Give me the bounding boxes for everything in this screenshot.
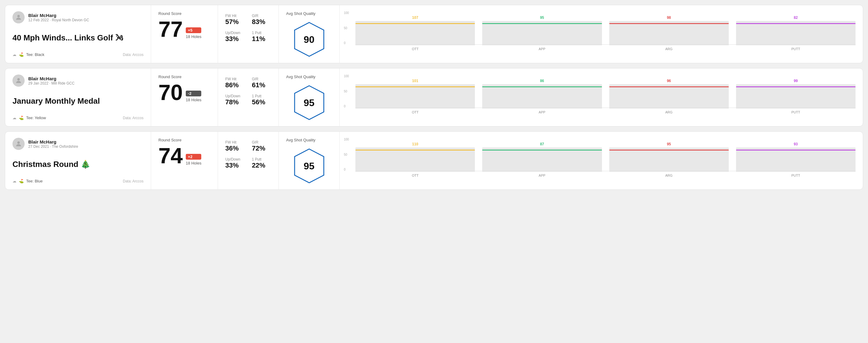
stat-label: 1 Putt bbox=[252, 157, 272, 161]
score-value: 77 bbox=[158, 18, 183, 40]
y-axis-label: 50 bbox=[344, 90, 349, 93]
stats-grid: FW Hit57%GIR83%Up/Down33%1 Putt11% bbox=[225, 14, 271, 43]
bar-marker bbox=[482, 86, 602, 87]
stats-section: FW Hit86%GIR61%Up/Down78%1 Putt56% bbox=[218, 68, 279, 126]
stat-item: 1 Putt22% bbox=[252, 157, 272, 169]
bar-value: 107 bbox=[412, 15, 418, 20]
stat-label: 1 Putt bbox=[252, 31, 272, 35]
bar-track bbox=[355, 84, 475, 108]
svg-point-2 bbox=[17, 78, 20, 81]
bar-label: APP bbox=[539, 111, 546, 114]
card-footer: ☁⛳Tee: BlackData: Arccos bbox=[12, 52, 144, 57]
stats-grid: FW Hit86%GIR61%Up/Down78%1 Putt56% bbox=[225, 77, 271, 106]
bar-value: 87 bbox=[540, 142, 544, 146]
stat-value: 57% bbox=[225, 18, 245, 26]
y-axis-label: 100 bbox=[344, 74, 349, 78]
y-axis: 100500 bbox=[344, 138, 349, 171]
stat-item: FW Hit86% bbox=[225, 77, 245, 89]
user-info: Blair McHarg12 Feb 2022 · Royal North De… bbox=[28, 13, 89, 22]
stat-label: GIR bbox=[252, 140, 272, 145]
axis-line bbox=[355, 171, 856, 171]
chart-section: 100500110OTT87APP95ARG93PUTT bbox=[340, 132, 863, 189]
stat-value: 11% bbox=[252, 35, 272, 43]
bar-label: OTT bbox=[412, 111, 418, 114]
stat-value: 86% bbox=[225, 81, 245, 89]
bar-marker bbox=[609, 23, 729, 24]
bar-track bbox=[482, 21, 602, 45]
stat-label: Up/Down bbox=[225, 94, 245, 98]
score-value: 74 bbox=[158, 145, 183, 167]
bar-label: APP bbox=[539, 174, 546, 177]
score-row: 77+518 Holes bbox=[158, 18, 210, 40]
stat-item: 1 Putt11% bbox=[252, 31, 272, 43]
stat-item: GIR61% bbox=[252, 77, 272, 89]
bar-label: PUTT bbox=[792, 174, 800, 177]
user-date: 12 Feb 2022 · Royal North Devon GC bbox=[28, 18, 89, 22]
score-details: +518 Holes bbox=[186, 27, 201, 39]
hexagon-container: 90 bbox=[286, 22, 332, 57]
bar-value: 82 bbox=[794, 15, 798, 20]
tee-info: ☁⛳Tee: Yellow bbox=[12, 116, 46, 120]
bar-marker bbox=[355, 23, 475, 24]
score-section: Round Score77+518 Holes bbox=[151, 5, 218, 63]
avatar bbox=[12, 11, 25, 23]
bar-track bbox=[355, 148, 475, 172]
stat-label: FW Hit bbox=[225, 14, 245, 18]
bar-marker bbox=[609, 150, 729, 151]
user-info: Blair McHarg27 Dec 2021 · The Oxfordshir… bbox=[28, 139, 78, 149]
score-badge: -2 bbox=[186, 91, 201, 96]
holes-label: 18 Holes bbox=[186, 161, 201, 165]
bar-value: 86 bbox=[540, 79, 544, 83]
bar-group: 107OTT bbox=[355, 15, 475, 51]
bar-chart: 101OTT86APP96ARG99PUTT bbox=[355, 74, 856, 114]
bar-track bbox=[609, 84, 729, 108]
holes-label: 18 Holes bbox=[186, 98, 201, 102]
stat-item: Up/Down33% bbox=[225, 31, 245, 43]
cloud-icon: ☁ bbox=[12, 116, 17, 120]
tee-info: ☁⛳Tee: Black bbox=[12, 52, 44, 57]
chart-section: 100500101OTT86APP96ARG99PUTT bbox=[340, 68, 863, 126]
golf-icon: ⛳ bbox=[19, 179, 24, 183]
stat-label: GIR bbox=[252, 77, 272, 81]
bar-chart: 107OTT95APP98ARG82PUTT bbox=[355, 11, 856, 51]
bar-track bbox=[736, 84, 856, 108]
score-details: +218 Holes bbox=[186, 154, 201, 165]
bar-value: 95 bbox=[540, 15, 544, 20]
user-date: 29 Jan 2022 · Mill Ride GCC bbox=[28, 81, 74, 86]
bar-marker bbox=[482, 150, 602, 151]
bar-marker bbox=[482, 23, 602, 24]
bar-group: 95APP bbox=[482, 15, 602, 51]
chart-wrapper: 100500110OTT87APP95ARG93PUTT bbox=[347, 138, 856, 177]
cloud-icon: ☁ bbox=[12, 52, 17, 57]
bar-track bbox=[482, 84, 602, 108]
stat-item: Up/Down33% bbox=[225, 157, 245, 169]
stat-item: Up/Down78% bbox=[225, 94, 245, 106]
bar-track bbox=[736, 148, 856, 172]
y-axis-label: 100 bbox=[344, 11, 349, 14]
card-footer: ☁⛳Tee: BlueData: Arccos bbox=[12, 179, 144, 183]
card-left: Blair McHarg29 Jan 2022 · Mill Ride GCCJ… bbox=[5, 68, 151, 126]
stat-value: 22% bbox=[252, 161, 272, 169]
stat-item: GIR83% bbox=[252, 14, 272, 26]
round-title: 40 Mph Winds... Links Golf 🌬 bbox=[12, 33, 144, 42]
user-info: Blair McHarg29 Jan 2022 · Mill Ride GCC bbox=[28, 76, 74, 86]
bar-track bbox=[482, 148, 602, 172]
bar-marker bbox=[355, 86, 475, 87]
bar-chart: 110OTT87APP95ARG93PUTT bbox=[355, 138, 856, 177]
stat-value: 36% bbox=[225, 145, 245, 152]
hexagon: 95 bbox=[294, 85, 324, 120]
round-title: Christmas Round 🎄 bbox=[12, 160, 144, 169]
score-section: Round Score74+218 Holes bbox=[151, 132, 218, 189]
round-card: Blair McHarg29 Jan 2022 · Mill Ride GCCJ… bbox=[5, 68, 863, 126]
bar-value: 101 bbox=[412, 79, 418, 83]
bar-track bbox=[609, 21, 729, 45]
bar-track bbox=[736, 21, 856, 45]
score-label: Round Score bbox=[158, 138, 210, 142]
stat-value: 83% bbox=[252, 18, 272, 26]
axis-line bbox=[355, 107, 856, 108]
bar-group: 99PUTT bbox=[736, 79, 856, 114]
bar-group: 87APP bbox=[482, 142, 602, 177]
chart-wrapper: 100500101OTT86APP96ARG99PUTT bbox=[347, 74, 856, 114]
user-name: Blair McHarg bbox=[28, 13, 89, 18]
user-row: Blair McHarg27 Dec 2021 · The Oxfordshir… bbox=[12, 138, 144, 150]
